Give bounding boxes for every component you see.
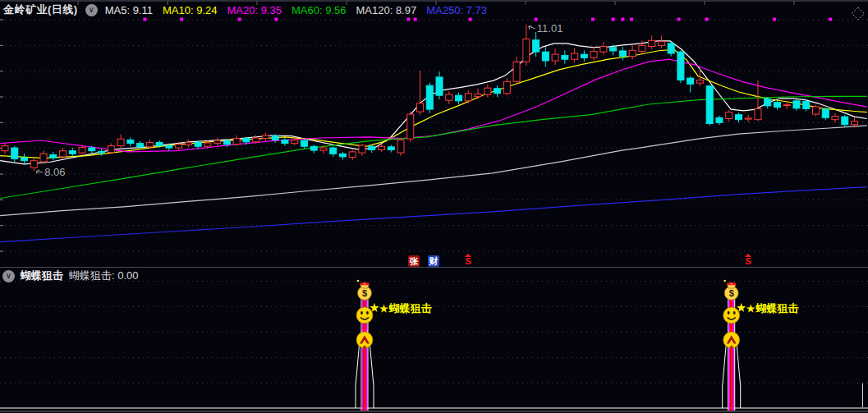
event-dot [677,18,681,21]
candle [523,25,530,66]
event-dot [238,18,241,21]
ma-legend-item-2: MA20: 9.35 [227,4,282,16]
svg-text:$: $ [729,288,734,298]
candle [475,89,481,99]
sell-signal-marker[interactable]: S [742,254,754,265]
candle [629,45,636,59]
candle [793,99,800,111]
sell-signal-marker[interactable]: S [462,254,474,265]
candle [842,115,848,127]
candle [117,135,124,148]
event-dot [612,18,615,21]
ma-legend-item-1: MA10: 9.24 [163,4,218,16]
candle [456,93,462,104]
candle [21,154,28,164]
candle [745,115,751,122]
ma-legend-item-3: MA60: 9.56 [292,4,347,16]
event-dot [406,18,410,21]
candle [40,151,47,164]
event-dot [535,18,538,21]
sell-marker-letter: S [462,257,474,265]
candle [590,47,597,60]
chevron-coin-icon [723,332,740,348]
candle [359,144,365,155]
candle [572,48,578,62]
candle [2,143,8,154]
event-dot [414,18,417,21]
money-bag-icon: $ [357,280,372,301]
event-dot [469,18,472,21]
stock-chart-window: 金岭矿业(日线) ∨ MA5: 9.11MA10: 9.24MA20: 9.35… [0,0,868,413]
event-dot [630,18,633,21]
signal-label-text: 蝴蝶狙击 [755,302,798,314]
candle [310,145,317,153]
candle [11,146,18,162]
signal-bar-stripe [361,289,361,411]
candle [388,145,394,152]
chevron-down-icon[interactable]: ∨ [85,4,98,16]
event-dot [180,18,183,21]
candle [60,148,67,158]
event-dot [274,18,278,21]
candle [822,108,829,120]
ma-line-MA60 [0,96,867,198]
candle [108,144,114,154]
candle [301,139,307,149]
candle [716,116,723,125]
candle [233,135,240,146]
chevron-down-icon[interactable]: ∨ [2,270,15,282]
candle [542,47,549,67]
candle [649,35,655,49]
indicator-value: 蝴蝶狙击: 0.00 [69,268,139,283]
price-annotation-high: 11.01 [537,22,563,34]
chart-canvas[interactable]: 11.018.06$$ [0,0,868,413]
candle [765,97,771,108]
candle [533,32,540,57]
candle [262,132,269,140]
candle [407,111,414,141]
event-dot [143,18,146,21]
ma-legend: MA5: 9.11MA10: 9.24MA20: 9.35MA60: 9.56M… [105,4,487,16]
ma-line-MA250 [0,187,867,242]
candle [503,78,510,95]
candle [69,148,76,157]
event-badge-0[interactable]: 张 [408,255,420,267]
candle [552,49,558,65]
candle [465,90,471,103]
candle [282,138,288,146]
butterfly-signal[interactable]: $ [356,280,379,411]
event-dot [621,18,624,21]
butterfly-signals-layer: $$ [356,280,746,411]
candle [127,137,134,146]
candle [687,76,694,93]
event-badge-1[interactable]: 财 [428,255,439,267]
smiley-icon [356,307,373,324]
candle [619,47,626,60]
candle [436,71,443,99]
candle [658,35,664,48]
event-dot [773,18,776,21]
candle [195,141,201,149]
candle [735,112,742,122]
candle [813,105,820,117]
signal-label-text: 蝴蝶狙击 [389,302,432,314]
candle [397,138,404,156]
candle [50,152,57,160]
candle [774,100,780,110]
candle [426,83,433,113]
candle [349,149,356,160]
event-dot [591,18,595,21]
candle [330,146,337,157]
butterfly-signal[interactable]: $ [723,280,746,411]
event-dot [829,18,832,21]
diamond-marker-icon[interactable] [852,7,865,20]
event-dot [705,18,709,21]
price-annotations: 11.018.06 [36,22,563,178]
star-icon: ★ [379,303,388,314]
candle [494,85,501,97]
indicator-name: 蝴蝶狙击 [21,268,63,283]
candle [726,110,733,122]
smiley-icon [723,307,740,324]
candle [30,158,37,171]
candle [339,152,346,160]
